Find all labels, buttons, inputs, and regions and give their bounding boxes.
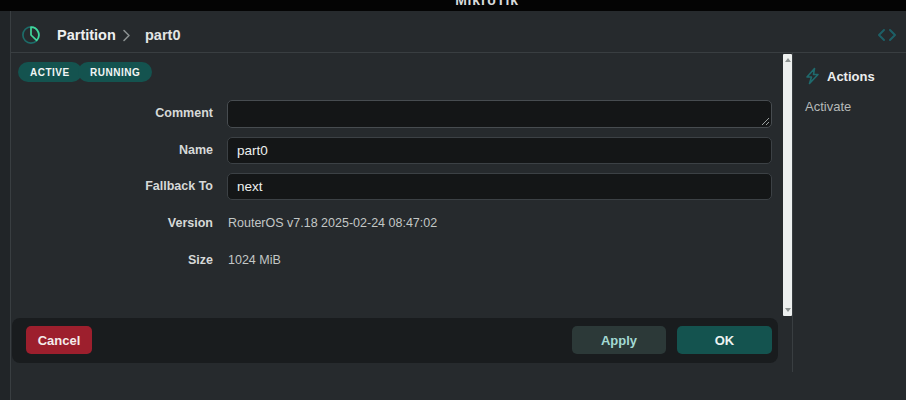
status-badge-active: ACTIVE bbox=[18, 62, 82, 82]
version-label: Version bbox=[40, 216, 213, 230]
vertical-scrollbar[interactable] bbox=[783, 54, 792, 316]
name-input[interactable] bbox=[227, 137, 772, 164]
status-badge-running: RUNNING bbox=[78, 62, 152, 82]
scroll-up-icon[interactable] bbox=[785, 58, 791, 62]
size-value: 1024 MiB bbox=[228, 253, 281, 267]
ok-button[interactable]: OK bbox=[677, 326, 772, 354]
cancel-button[interactable]: Cancel bbox=[26, 326, 92, 354]
fallback-to-input[interactable] bbox=[227, 173, 772, 200]
action-activate[interactable]: Activate bbox=[805, 99, 851, 114]
scroll-down-icon[interactable] bbox=[785, 308, 791, 312]
webfig-partition-dialog: MikroTik Partition part0 ACTIVE RUNNING … bbox=[0, 0, 906, 400]
apply-button[interactable]: Apply bbox=[572, 326, 666, 354]
size-label: Size bbox=[40, 253, 213, 267]
version-value: RouterOS v7.18 2025-02-24 08:47:02 bbox=[228, 216, 437, 230]
lightning-bolt-icon bbox=[804, 67, 821, 85]
breadcrumb-partition[interactable]: Partition bbox=[57, 27, 116, 43]
actions-panel-title: Actions bbox=[827, 69, 875, 84]
mikrotik-logo: MikroTik bbox=[455, 0, 519, 8]
partition-pie-icon bbox=[21, 25, 41, 45]
header-divider bbox=[10, 52, 906, 53]
sidebar-divider bbox=[792, 53, 793, 372]
breadcrumb-chevron-icon bbox=[122, 29, 131, 42]
footer-button-bar: Cancel Apply OK bbox=[12, 318, 778, 363]
comment-label: Comment bbox=[40, 106, 213, 120]
fallback-to-label: Fallback To bbox=[40, 179, 213, 193]
comment-textarea[interactable] bbox=[227, 100, 772, 128]
code-chevrons-icon[interactable] bbox=[876, 28, 898, 42]
top-brand-bar: MikroTik bbox=[0, 0, 906, 11]
breadcrumb-part0: part0 bbox=[145, 27, 180, 43]
left-divider bbox=[10, 11, 11, 400]
name-label: Name bbox=[40, 143, 213, 157]
